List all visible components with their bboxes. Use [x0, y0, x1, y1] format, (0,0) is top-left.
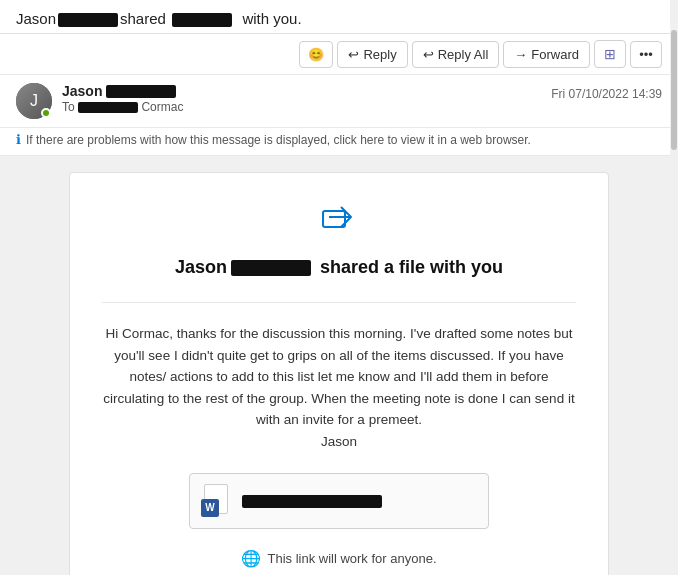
more-button[interactable]: •••: [630, 41, 662, 68]
forward-label: Forward: [531, 47, 579, 62]
redacted-name: [58, 13, 118, 27]
reply-button[interactable]: ↩ Reply: [337, 41, 407, 68]
redacted-file-name: [242, 495, 382, 508]
teams-button[interactable]: ⊞: [594, 40, 626, 68]
email-toolbar: 😊 ↩ Reply ↩ Reply All → Forward ⊞ •••: [0, 34, 678, 75]
file-attachment[interactable]: W: [189, 473, 489, 529]
info-bar-text: If there are problems with how this mess…: [26, 133, 531, 147]
teams-icon: ⊞: [604, 46, 616, 62]
email-card: Jason shared a file with you Hi Cormac, …: [69, 172, 609, 575]
info-icon: ℹ: [16, 132, 21, 147]
reply-all-icon: ↩: [423, 47, 434, 62]
top-banner: Jasonshared with you.: [0, 0, 678, 34]
svg-rect-0: [323, 211, 345, 227]
email-header: J Jason To Cormac Fri 07/10/2022 14:39: [0, 75, 678, 128]
globe-icon: 🌐: [241, 549, 261, 568]
redacted-surname: [106, 85, 176, 98]
sender-info: J Jason To Cormac: [16, 83, 183, 119]
card-body: Hi Cormac, thanks for the discussion thi…: [102, 323, 576, 453]
redacted-to: [78, 102, 138, 113]
emoji-button[interactable]: 😊: [299, 41, 333, 68]
sender-name: Jason: [62, 83, 183, 99]
sender-details: Jason To Cormac: [62, 83, 183, 114]
forward-icon: →: [514, 47, 527, 62]
banner-suffix: with you.: [242, 10, 301, 27]
word-badge: W: [201, 499, 219, 517]
reply-icon: ↩: [348, 47, 359, 62]
email-timestamp: Fri 07/10/2022 14:39: [551, 83, 662, 101]
link-info-text: This link will work for anyone.: [267, 551, 436, 566]
more-icon: •••: [639, 47, 653, 62]
file-name: [242, 493, 382, 508]
online-indicator: [41, 108, 51, 118]
info-bar[interactable]: ℹ If there are problems with how this me…: [0, 128, 678, 156]
to-line: To Cormac: [62, 100, 183, 114]
card-title: Jason shared a file with you: [102, 257, 576, 278]
file-name-area: [242, 493, 382, 508]
share-icon: [102, 197, 576, 245]
scrollbar-thumb[interactable]: [671, 30, 677, 150]
banner-text: Jasonshared with you.: [16, 10, 302, 27]
avatar: J: [16, 83, 52, 119]
reply-label: Reply: [363, 47, 396, 62]
emoji-icon: 😊: [308, 47, 324, 62]
reply-all-label: Reply All: [438, 47, 489, 62]
main-content: Jason shared a file with you Hi Cormac, …: [0, 156, 678, 575]
link-info: 🌐 This link will work for anyone.: [102, 549, 576, 568]
scrollbar[interactable]: [670, 0, 678, 575]
redacted-card-name: [231, 260, 311, 276]
word-file-icon: W: [204, 484, 232, 518]
card-divider: [102, 302, 576, 303]
word-page: W: [204, 484, 228, 514]
forward-button[interactable]: → Forward: [503, 41, 590, 68]
redacted-file: [172, 13, 232, 27]
reply-all-button[interactable]: ↩ Reply All: [412, 41, 500, 68]
